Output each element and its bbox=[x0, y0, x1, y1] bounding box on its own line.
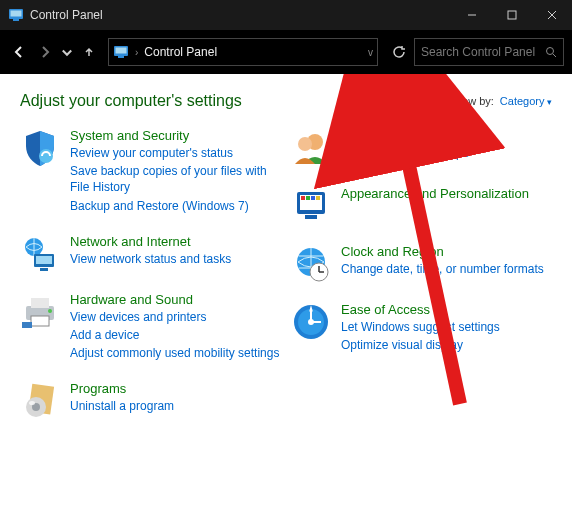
view-by-dropdown[interactable]: Category bbox=[500, 95, 552, 107]
svg-rect-21 bbox=[22, 322, 32, 328]
category-user-accounts: User Accounts Change account type bbox=[291, 128, 552, 168]
maximize-button[interactable] bbox=[492, 0, 532, 30]
category-link-hardware-sound[interactable]: Hardware and Sound bbox=[70, 292, 281, 307]
printer-icon bbox=[20, 292, 60, 332]
svg-rect-30 bbox=[301, 196, 305, 200]
control-panel-icon bbox=[113, 44, 129, 60]
task-link[interactable]: Backup and Restore (Windows 7) bbox=[70, 198, 281, 214]
task-link[interactable]: Uninstall a program bbox=[70, 398, 281, 414]
svg-rect-9 bbox=[118, 56, 124, 58]
task-link-change-account-type[interactable]: Change account type bbox=[341, 145, 552, 161]
title-bar: Control Panel bbox=[0, 0, 572, 30]
category-link-clock-region[interactable]: Clock and Region bbox=[341, 244, 552, 259]
control-panel-icon bbox=[8, 7, 24, 23]
back-button[interactable] bbox=[8, 38, 30, 66]
categories-right-column: User Accounts Change account type bbox=[291, 128, 552, 421]
svg-rect-18 bbox=[31, 298, 49, 308]
svg-rect-19 bbox=[31, 316, 49, 326]
task-link[interactable]: Let Windows suggest settings bbox=[341, 319, 552, 335]
task-link[interactable]: View network status and tasks bbox=[70, 251, 281, 267]
close-button[interactable] bbox=[532, 0, 572, 30]
recent-locations-button[interactable] bbox=[60, 38, 74, 66]
chevron-right-icon: › bbox=[135, 47, 138, 58]
category-link-appearance[interactable]: Appearance and Personalization bbox=[341, 186, 552, 201]
category-appearance-personalization: Appearance and Personalization bbox=[291, 186, 552, 226]
search-input[interactable]: Search Control Panel bbox=[414, 38, 564, 66]
minimize-button[interactable] bbox=[452, 0, 492, 30]
svg-rect-31 bbox=[306, 196, 310, 200]
search-placeholder: Search Control Panel bbox=[421, 45, 545, 59]
svg-rect-33 bbox=[316, 196, 320, 200]
programs-icon bbox=[20, 381, 60, 421]
task-link[interactable]: Adjust commonly used mobility settings bbox=[70, 345, 281, 361]
category-link-system-security[interactable]: System and Security bbox=[70, 128, 281, 143]
task-link[interactable]: Optimize visual display bbox=[341, 337, 552, 353]
svg-rect-2 bbox=[13, 19, 19, 21]
svg-rect-15 bbox=[36, 256, 52, 264]
task-link[interactable]: Save backup copies of your files with Fi… bbox=[70, 163, 281, 195]
clock-globe-icon bbox=[291, 244, 331, 284]
category-link-user-accounts[interactable]: User Accounts bbox=[341, 128, 552, 143]
svg-line-11 bbox=[553, 54, 556, 57]
window-title: Control Panel bbox=[30, 8, 452, 22]
category-hardware-sound: Hardware and Sound View devices and prin… bbox=[20, 292, 281, 364]
svg-point-10 bbox=[547, 48, 554, 55]
category-ease-of-access: Ease of Access Let Windows suggest setti… bbox=[291, 302, 552, 355]
svg-rect-4 bbox=[508, 11, 516, 19]
ease-of-access-icon bbox=[291, 302, 331, 342]
category-link-network-internet[interactable]: Network and Internet bbox=[70, 234, 281, 249]
svg-rect-32 bbox=[311, 196, 315, 200]
category-link-programs[interactable]: Programs bbox=[70, 381, 281, 396]
appearance-icon bbox=[291, 186, 331, 226]
task-link[interactable]: Review your computer's status bbox=[70, 145, 281, 161]
category-system-security: System and Security Review your computer… bbox=[20, 128, 281, 216]
refresh-button[interactable] bbox=[388, 45, 410, 59]
uac-shield-icon bbox=[341, 148, 353, 160]
network-icon bbox=[20, 234, 60, 274]
task-link[interactable]: Add a device bbox=[70, 327, 281, 343]
chevron-down-icon[interactable]: v bbox=[368, 47, 373, 58]
svg-point-25 bbox=[29, 401, 35, 405]
address-bar[interactable]: › Control Panel v bbox=[108, 38, 378, 66]
svg-rect-16 bbox=[40, 268, 48, 271]
view-by-label: View by: bbox=[452, 95, 493, 107]
category-link-ease-of-access[interactable]: Ease of Access bbox=[341, 302, 552, 317]
svg-rect-1 bbox=[11, 11, 22, 17]
forward-button[interactable] bbox=[34, 38, 56, 66]
task-link[interactable]: View devices and printers bbox=[70, 309, 281, 325]
content-area: Adjust your computer's settings View by:… bbox=[0, 74, 572, 525]
task-link-label: Change account type bbox=[356, 146, 469, 160]
task-link[interactable]: Change date, time, or number formats bbox=[341, 261, 552, 277]
user-accounts-icon bbox=[291, 128, 331, 168]
page-heading: Adjust your computer's settings bbox=[20, 92, 452, 110]
search-icon bbox=[545, 46, 557, 58]
category-network-internet: Network and Internet View network status… bbox=[20, 234, 281, 274]
categories-left-column: System and Security Review your computer… bbox=[20, 128, 281, 421]
breadcrumb[interactable]: Control Panel bbox=[144, 45, 362, 59]
up-button[interactable] bbox=[78, 38, 100, 66]
nav-bar: › Control Panel v Search Control Panel bbox=[0, 30, 572, 74]
svg-point-20 bbox=[48, 309, 52, 313]
svg-point-27 bbox=[298, 137, 312, 151]
category-clock-region: Clock and Region Change date, time, or n… bbox=[291, 244, 552, 284]
category-programs: Programs Uninstall a program bbox=[20, 381, 281, 421]
shield-icon bbox=[20, 128, 60, 168]
svg-rect-8 bbox=[116, 48, 127, 54]
svg-rect-34 bbox=[305, 215, 317, 219]
